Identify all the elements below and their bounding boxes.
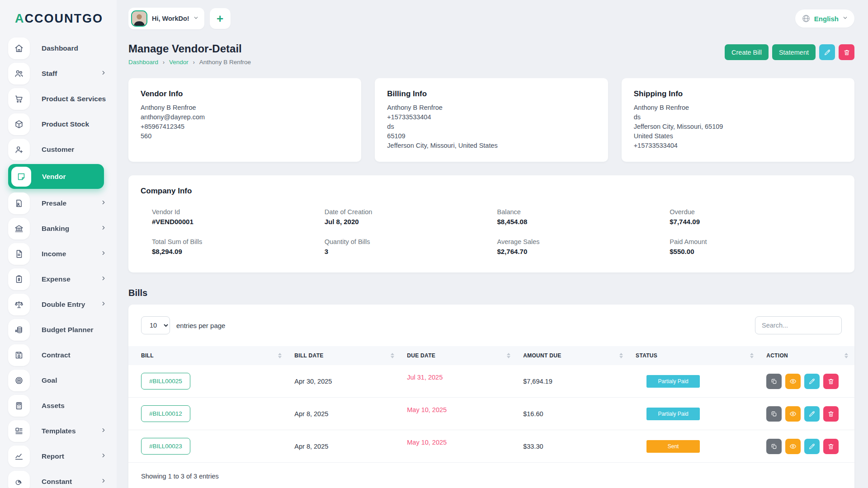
file-icon: [8, 243, 30, 265]
pencil-icon: [824, 49, 831, 56]
user-plus-icon: [8, 139, 30, 160]
info-cards: Vendor Info Anthony B Renfroe anthony@da…: [128, 78, 854, 162]
delete-button[interactable]: [823, 374, 839, 389]
bill-date-cell: Apr 8, 2025: [288, 430, 401, 463]
sidebar-item-customer[interactable]: Customer: [8, 139, 111, 160]
sidebar-item-product-services[interactable]: Product & Services: [8, 88, 111, 110]
field-date-of-creation: Date of Creation Jul 8, 2020: [325, 208, 497, 225]
column-header-action[interactable]: ACTION: [760, 346, 854, 365]
duplicate-button[interactable]: [766, 374, 782, 389]
edit-button[interactable]: [804, 374, 820, 389]
column-header-amount-due[interactable]: AMOUNT DUE: [517, 346, 629, 365]
column-header-bill[interactable]: BILL: [128, 346, 288, 365]
show-button[interactable]: [785, 439, 801, 454]
chevron-right-icon: [100, 70, 107, 78]
create-bill-button[interactable]: Create Bill: [725, 44, 769, 60]
pencil-icon: [808, 378, 816, 385]
breadcrumb-separator: ›: [193, 59, 195, 66]
logo-accent-letter: A: [15, 12, 25, 25]
entries-per-page-select[interactable]: 10: [141, 316, 170, 334]
coins-icon: [8, 319, 30, 341]
table-row: #BILL00012 Apr 8, 2025 May 10, 2025 $16.…: [128, 398, 854, 430]
sidebar-item-expense[interactable]: Expense: [8, 268, 111, 290]
page-title: Manage Vendor-Detail: [128, 42, 251, 55]
column-header-due-date[interactable]: DUE DATE: [401, 346, 517, 365]
sidebar-item-income[interactable]: Income: [8, 243, 111, 265]
bank-icon: [8, 218, 30, 239]
sidebar-item-contract[interactable]: Contract: [8, 344, 111, 366]
chevron-right-icon: [100, 199, 107, 207]
delete-button[interactable]: [823, 439, 839, 454]
sidebar-item-goal[interactable]: Goal: [8, 370, 111, 391]
sidebar-item-vendor[interactable]: Vendor: [8, 164, 104, 189]
page-actions: Create Bill Statement: [725, 44, 854, 60]
bill-number-link[interactable]: #BILL00025: [141, 373, 190, 389]
shipping-address: ds: [634, 113, 842, 122]
delete-vendor-button[interactable]: [839, 44, 854, 60]
sidebar-item-banking[interactable]: Banking: [8, 218, 111, 239]
row-actions: [766, 374, 848, 389]
billing-phone: +15733533404: [387, 113, 595, 122]
breadcrumb-current: Anthony B Renfroe: [199, 59, 251, 66]
scale-icon: [8, 294, 30, 315]
table-controls: 10 entries per page: [128, 305, 854, 334]
trash-icon: [827, 378, 835, 385]
company-info-fields: Vendor Id #VEND00001 Date of Creation Ju…: [141, 208, 842, 255]
chevron-down-icon: [193, 14, 199, 23]
field-overdue: Overdue $7,744.09: [670, 208, 842, 225]
breadcrumb-dashboard[interactable]: Dashboard: [128, 59, 158, 66]
vendor-info-card: Vendor Info Anthony B Renfroe anthony@da…: [128, 78, 361, 162]
sidebar-item-budget-planner[interactable]: Budget Planner: [8, 319, 111, 341]
sidebar-item-templates[interactable]: Templates: [8, 420, 111, 442]
user-menu[interactable]: Hi, WorkDo!: [128, 8, 204, 29]
sidebar-item-report[interactable]: Report: [8, 446, 111, 467]
bill-date-cell: Apr 30, 2025: [288, 365, 401, 398]
duplicate-button[interactable]: [766, 406, 782, 422]
greeting-label: Hi, WorkDo!: [152, 15, 189, 22]
bill-number-link[interactable]: #BILL00012: [141, 405, 190, 422]
statement-button[interactable]: Statement: [772, 44, 816, 60]
column-header-bill-date[interactable]: BILL DATE: [288, 346, 401, 365]
table-row: #BILL00023 Apr 8, 2025 May 10, 2025 $33.…: [128, 430, 854, 463]
duplicate-button[interactable]: [766, 439, 782, 454]
trash-icon: [827, 410, 835, 418]
edit-vendor-button[interactable]: [819, 44, 835, 60]
sidebar-item-constant[interactable]: Constant: [8, 471, 111, 488]
bills-table: BILL BILL DATE DUE DATE AMOUNT DUE STATU…: [128, 346, 854, 463]
sidebar-item-product-stock[interactable]: Product Stock: [8, 113, 111, 135]
eye-icon: [789, 410, 797, 418]
topbar: Hi, WorkDo! + English: [128, 5, 854, 32]
row-actions: [766, 439, 848, 454]
show-button[interactable]: [785, 406, 801, 422]
sidebar-item-staff[interactable]: Staff: [8, 63, 111, 84]
column-header-status[interactable]: STATUS: [629, 346, 760, 365]
edit-button[interactable]: [804, 439, 820, 454]
field-vendor-id: Vendor Id #VEND00001: [152, 208, 325, 225]
chart-icon: [8, 446, 30, 467]
status-badge: Partialy Paid: [646, 375, 700, 388]
quick-add-button[interactable]: +: [210, 8, 231, 29]
edit-button[interactable]: [804, 406, 820, 422]
sidebar-item-dashboard[interactable]: Dashboard: [8, 38, 111, 59]
sidebar-item-presale[interactable]: Presale: [8, 192, 111, 214]
trash-icon: [843, 49, 850, 56]
language-selector[interactable]: English: [795, 9, 854, 28]
language-label: English: [814, 15, 839, 23]
delete-button[interactable]: [823, 406, 839, 422]
sidebar-item-assets[interactable]: Assets: [8, 395, 111, 417]
search-input[interactable]: [755, 316, 842, 334]
bill-number-link[interactable]: #BILL00023: [141, 438, 190, 455]
show-button[interactable]: [785, 374, 801, 389]
sidebar-item-double-entry[interactable]: Double Entry: [8, 294, 111, 315]
table-header-row: BILL BILL DATE DUE DATE AMOUNT DUE STATU…: [128, 346, 854, 365]
breadcrumb-vendor[interactable]: Vendor: [169, 59, 189, 66]
eye-icon: [789, 378, 797, 385]
shipping-name: Anthony B Renfroe: [634, 103, 842, 113]
home-icon: [8, 38, 30, 59]
bill-date-cell: Apr 8, 2025: [288, 398, 401, 430]
copy-icon: [770, 378, 778, 385]
app-logo[interactable]: ACCOUNTGO: [0, 10, 117, 35]
card-title: Billing Info: [387, 89, 595, 99]
shipping-country: United States: [634, 131, 842, 141]
due-date-cell: May 10, 2025: [407, 406, 447, 413]
